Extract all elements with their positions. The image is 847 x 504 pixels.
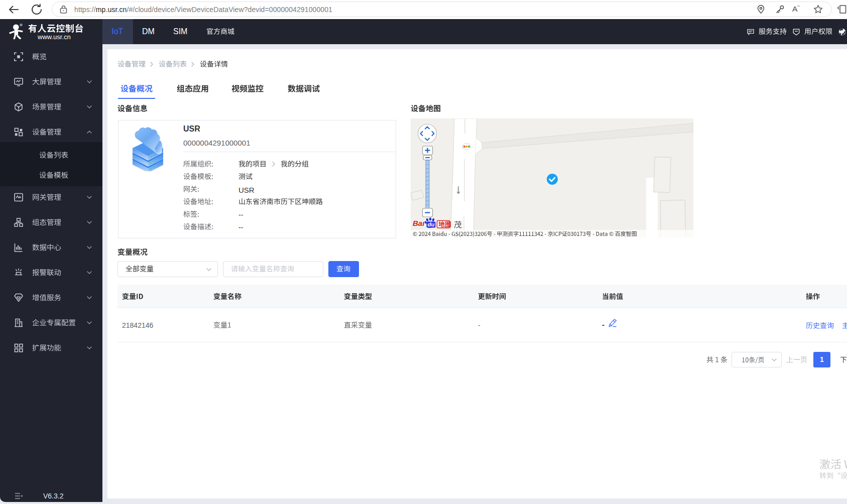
svg-text:Baı: Baı — [413, 219, 424, 227]
svg-text:du: du — [428, 221, 435, 227]
